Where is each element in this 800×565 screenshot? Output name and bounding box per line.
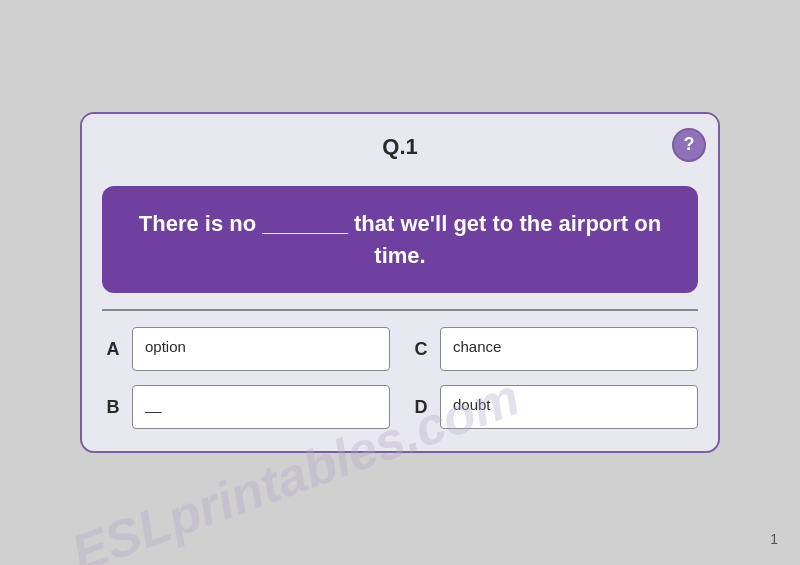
page-number: 1 [770, 531, 778, 547]
answer-box-b[interactable]: __ [132, 385, 390, 429]
quiz-card: Edit Q.1 ? There is no _______ that we'l… [80, 112, 720, 454]
answer-row-c: C chance [410, 327, 698, 371]
answer-label-d: D [410, 397, 432, 418]
answer-label-b: B [102, 397, 124, 418]
answer-label-c: C [410, 339, 432, 360]
answer-row-d: D doubt [410, 385, 698, 429]
edit-tab[interactable]: Edit [94, 112, 145, 113]
help-button[interactable]: ? [672, 128, 706, 162]
answers-grid: A option C chance B __ D doubt [82, 327, 718, 451]
answer-label-a: A [102, 339, 124, 360]
card-title: Q.1 [82, 124, 718, 170]
answer-box-c[interactable]: chance [440, 327, 698, 371]
answer-box-a[interactable]: option [132, 327, 390, 371]
divider [102, 309, 698, 311]
answer-row-b: B __ [102, 385, 390, 429]
answer-row-a: A option [102, 327, 390, 371]
answer-box-d[interactable]: doubt [440, 385, 698, 429]
question-box: There is no _______ that we'll get to th… [102, 186, 698, 294]
card-top-bar: Q.1 ? [82, 114, 718, 176]
